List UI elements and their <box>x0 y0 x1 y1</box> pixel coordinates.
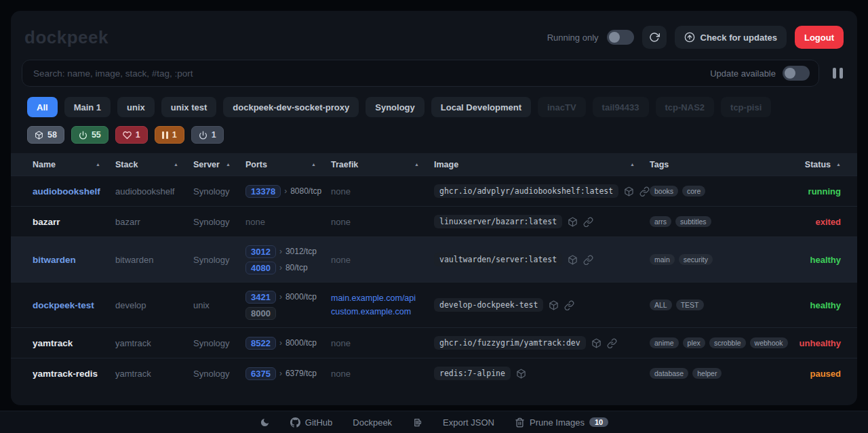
stat-unhealthy-badge[interactable]: 1 <box>115 126 148 144</box>
stack-cell: yamtrack <box>115 369 193 379</box>
prune-images-label: Prune Images <box>530 417 585 428</box>
tag-pill[interactable]: plex <box>683 337 705 348</box>
host-port-link[interactable]: 8522 <box>245 337 276 350</box>
donate-link[interactable] <box>412 417 422 428</box>
column-header-tags[interactable]: Tags <box>650 160 795 169</box>
status-badge: exited <box>815 217 841 227</box>
filter-all[interactable]: All <box>27 97 58 117</box>
search-input[interactable] <box>22 60 819 87</box>
tag-pill[interactable]: books <box>650 186 678 197</box>
column-header-stack[interactable]: Stack▲ <box>115 160 193 169</box>
column-label: Server <box>193 160 220 169</box>
container-port: 8000/tcp <box>285 338 317 348</box>
host-port-link[interactable]: 3421 <box>245 291 276 304</box>
link-icon[interactable] <box>607 338 617 348</box>
tag-pill[interactable]: scrobble <box>709 337 746 348</box>
host-port-link[interactable]: 13378 <box>245 185 281 198</box>
link-icon[interactable] <box>639 186 650 197</box>
ports-cell: 3421 › 8000/tcp 8000 <box>245 291 331 320</box>
filter-inactv[interactable]: inacTV <box>538 97 586 117</box>
ports-cell: 8522 › 8000/tcp <box>245 337 331 350</box>
container-port: 6379/tcp <box>285 369 317 378</box>
github-label: GitHub <box>305 417 332 428</box>
box-icon[interactable] <box>568 255 578 265</box>
filter-dockpeek-dev-socket-proxy[interactable]: dockpeek-dev-socket-proxy <box>223 97 359 117</box>
column-header-status[interactable]: Status▲ <box>795 160 841 169</box>
check-updates-button[interactable]: Check for updates <box>675 26 787 49</box>
prune-count-badge: 10 <box>589 417 608 427</box>
traefik-link[interactable]: main.example.com/api <box>331 293 434 303</box>
pause-refresh-button[interactable] <box>829 64 846 82</box>
box-icon[interactable] <box>591 338 601 348</box>
filter-tcp-nas2[interactable]: tcp-NAS2 <box>656 97 715 117</box>
image-name: ghcr.io/advplyr/audiobookshelf:latest <box>434 184 618 198</box>
host-port-link[interactable]: 4080 <box>245 262 276 274</box>
filter-main-1[interactable]: Main 1 <box>64 97 111 117</box>
column-header-traefik[interactable]: Traefik▲ <box>331 160 434 169</box>
filter-tcp-pisi[interactable]: tcp-pisi <box>721 97 771 117</box>
theme-toggle-button[interactable] <box>260 417 270 428</box>
tag-pill[interactable]: subtitles <box>675 216 711 227</box>
sort-asc-icon: ▲ <box>836 162 841 167</box>
tag-pill[interactable]: database <box>650 368 688 379</box>
filter-synology[interactable]: Synology <box>366 97 425 117</box>
logout-button[interactable]: Logout <box>795 26 844 49</box>
filter-tail94433[interactable]: tail94433 <box>593 97 649 117</box>
export-json-button[interactable]: Export JSON <box>443 417 494 428</box>
prune-images-button[interactable]: Prune Images 10 <box>515 417 608 428</box>
running-only-toggle[interactable] <box>607 30 634 45</box>
column-header-name[interactable]: Name▲ <box>33 160 115 169</box>
tag-pill[interactable]: TEST <box>676 300 704 310</box>
tag-pill[interactable]: anime <box>650 337 679 348</box>
tag-pill[interactable]: security <box>679 254 713 265</box>
container-name-link[interactable]: dockpeek-test <box>33 300 115 310</box>
status-badge: unhealthy <box>800 338 841 348</box>
tag-pill[interactable]: webhook <box>750 337 788 348</box>
github-link[interactable]: GitHub <box>290 417 332 428</box>
refresh-button[interactable] <box>642 26 667 49</box>
toggle-knob <box>785 68 795 79</box>
host-port-link[interactable]: 6375 <box>245 367 276 380</box>
box-icon[interactable] <box>549 300 559 310</box>
filter-local-development[interactable]: Local Development <box>431 97 531 117</box>
filter-unix[interactable]: unix <box>117 97 155 117</box>
update-available-toggle[interactable] <box>783 66 810 81</box>
tag-pill[interactable]: ALL <box>650 300 672 310</box>
server-cell: Synology <box>193 255 245 265</box>
traefik-link[interactable]: custom.example.com <box>331 307 434 316</box>
stat-running-badge[interactable]: 55 <box>71 126 108 144</box>
column-header-server[interactable]: Server▲ <box>193 160 245 169</box>
heart-icon <box>123 131 132 140</box>
host-port[interactable]: 8000 <box>245 307 276 320</box>
link-icon[interactable] <box>583 255 593 265</box>
status-badge: running <box>808 186 841 197</box>
status-badge: healthy <box>810 255 841 265</box>
container-name-link[interactable]: audiobookshelf <box>33 186 115 197</box>
tag-pill[interactable]: main <box>650 254 675 265</box>
container-name-link[interactable]: bitwarden <box>33 255 115 265</box>
container-name: bazarr <box>33 217 115 227</box>
stat-stopped-badge[interactable]: 1 <box>191 126 224 144</box>
filter-unix-test[interactable]: unix test <box>161 97 216 117</box>
stat-running-value: 55 <box>92 130 101 140</box>
host-port-link[interactable]: 3012 <box>245 245 276 258</box>
stat-paused-value: 1 <box>172 130 177 140</box>
box-icon[interactable] <box>516 369 526 379</box>
stat-total-badge[interactable]: 58 <box>27 126 64 144</box>
link-icon[interactable] <box>583 217 593 227</box>
container-port: 8080/tcp <box>290 186 321 196</box>
stat-paused-badge[interactable]: 1 <box>155 126 184 144</box>
box-icon[interactable] <box>624 186 634 197</box>
tag-pill[interactable]: helper <box>692 368 722 379</box>
containers-table: Name▲ Stack▲ Server▲ Ports▲ Traefik▲ Ima… <box>11 153 857 388</box>
column-header-ports[interactable]: Ports▲ <box>245 160 331 169</box>
tag-pill[interactable]: arrs <box>650 216 671 227</box>
search-row: Update available <box>22 60 846 87</box>
dockpeek-link[interactable]: Dockpeek <box>353 417 392 428</box>
link-icon[interactable] <box>564 300 574 310</box>
tag-pill[interactable]: core <box>682 186 705 197</box>
sort-asc-icon: ▲ <box>226 162 231 167</box>
box-icon[interactable] <box>568 217 578 227</box>
stat-stopped-value: 1 <box>212 130 216 140</box>
column-header-image[interactable]: Image▲ <box>434 160 650 169</box>
